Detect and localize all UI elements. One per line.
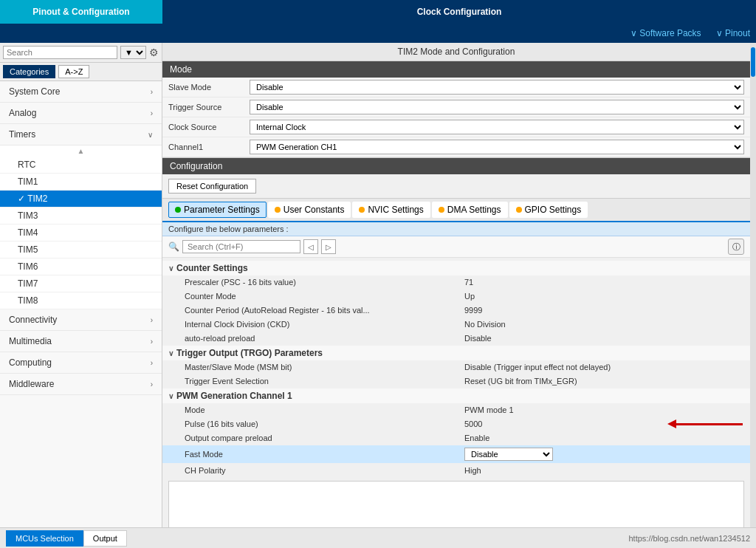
param-name: Prescaler (PSC - 16 bits value)	[185, 278, 464, 287]
sidebar-search-bar: ▼ ⚙	[0, 43, 162, 63]
search-next-btn[interactable]: ▷	[321, 239, 336, 254]
search-prev-btn[interactable]: ◁	[303, 239, 318, 254]
sidebar-item-tim2[interactable]: TIM2	[0, 191, 162, 208]
tab-user-constants[interactable]: User Constants	[268, 202, 351, 218]
reset-config-button[interactable]: Reset Configuration	[168, 179, 256, 193]
group-counter-settings[interactable]: ∨ Counter Settings	[162, 261, 750, 275]
collapse-icon: ∨	[168, 349, 173, 357]
sidebar-item-connectivity[interactable]: Connectivity ›	[0, 309, 162, 331]
clock-config-label: Clock Configuration	[417, 7, 502, 17]
config-tabs: Parameter Settings User Constants NVIC S…	[162, 199, 750, 222]
search-icon: 🔍	[168, 242, 179, 252]
param-row-pulse: Pulse (16 bits value) 5000	[162, 417, 750, 431]
sidebar-item-tim7[interactable]: TIM7	[0, 275, 162, 292]
mode-section: Slave Mode Disable Trigger Source Disabl…	[162, 78, 750, 158]
sidebar-item-computing[interactable]: Computing ›	[0, 352, 162, 374]
sidebar-item-system-core[interactable]: System Core ›	[0, 81, 162, 103]
param-value: High	[464, 466, 744, 475]
param-value: 9999	[464, 306, 744, 315]
chevron-right-icon: ›	[151, 316, 153, 324]
sidebar-search-input[interactable]	[3, 46, 117, 59]
sidebar-item-label: Timers	[9, 129, 35, 140]
sidebar-item-tim6[interactable]: TIM6	[0, 258, 162, 275]
tab-dma-settings[interactable]: DMA Settings	[432, 202, 508, 218]
group-label: PWM Generation Channel 1	[176, 391, 292, 401]
info-button[interactable]: ⓘ	[728, 239, 744, 255]
channel1-select[interactable]: PWM Generation CH1	[250, 140, 744, 154]
sidebar-item-rtc[interactable]: RTC	[0, 157, 162, 174]
mode-row-trigger: Trigger Source Disable	[162, 97, 750, 117]
slave-mode-label: Slave Mode	[168, 83, 250, 92]
sidebar-item-tim4[interactable]: TIM4	[0, 225, 162, 242]
param-name: Fast Mode	[185, 450, 464, 459]
output-tab[interactable]: Output	[83, 530, 127, 547]
pinout-config-label: Pinout & Configuration	[32, 7, 129, 17]
sidebar-search-select[interactable]: ▼	[120, 46, 146, 59]
param-value: Up	[464, 292, 744, 301]
arrow-line	[676, 423, 743, 425]
sidebar-item-timers[interactable]: Timers ∨	[0, 124, 162, 145]
tab-label: User Constants	[284, 205, 345, 215]
params-search-input[interactable]	[182, 240, 300, 253]
mcu-selection-tab[interactable]: MCUs Selection	[6, 530, 83, 547]
param-row: CH Polarity High	[162, 464, 750, 478]
tab-label: GPIO Settings	[525, 205, 582, 215]
tab-dot	[275, 207, 281, 213]
tab-gpio-settings[interactable]: GPIO Settings	[509, 202, 588, 218]
param-value: Reset (UG bit from TIMx_EGR)	[464, 377, 744, 386]
config-section: Configuration Reset Configuration Parame…	[162, 158, 750, 527]
param-row: Mode PWM mode 1	[162, 403, 750, 417]
pinout-link[interactable]: Pinout	[716, 28, 750, 38]
tab-dot	[516, 207, 522, 213]
collapse-icon: ∨	[168, 392, 173, 400]
tab-label: Parameter Settings	[184, 205, 260, 215]
sidebar-item-tim3[interactable]: TIM3	[0, 208, 162, 225]
param-value: Enable	[464, 434, 744, 442]
content-scrollbar[interactable]	[750, 43, 756, 527]
sidebar-item-tim8[interactable]: TIM8	[0, 292, 162, 309]
group-label: Trigger Output (TRGO) Parameters	[176, 348, 323, 358]
group-pwm-channel1[interactable]: ∨ PWM Generation Channel 1	[162, 388, 750, 403]
sidebar-item-label: System Core	[9, 86, 60, 97]
tab-label: DMA Settings	[447, 205, 501, 215]
slave-mode-select[interactable]: Disable	[250, 80, 744, 95]
sidebar-item-multimedia[interactable]: Multimedia ›	[0, 331, 162, 352]
param-name: Trigger Event Selection	[185, 377, 464, 386]
param-name: Counter Period (AutoReload Register - 16…	[185, 306, 464, 315]
tab-nvic-settings[interactable]: NVIC Settings	[352, 202, 430, 218]
sidebar: ▼ ⚙ Categories A->Z System Core › Analog…	[0, 43, 162, 527]
collapse-icon: ∨	[168, 264, 173, 273]
param-row: Counter Mode Up	[162, 290, 750, 304]
scroll-indicator: ▲	[0, 145, 162, 157]
param-name: Pulse (16 bits value)	[185, 419, 464, 428]
chevron-down-icon: ∨	[148, 131, 153, 139]
clock-source-label: Clock Source	[168, 123, 250, 131]
clock-source-select[interactable]: Internal Clock	[250, 120, 744, 134]
param-row-fast-mode: Fast Mode DisableEnable	[162, 445, 750, 464]
sidebar-item-tim5[interactable]: TIM5	[0, 242, 162, 258]
sidebar-item-analog[interactable]: Analog ›	[0, 103, 162, 124]
tab-az[interactable]: A->Z	[58, 65, 89, 78]
software-packs-link[interactable]: Software Packs	[630, 28, 701, 38]
tab-parameter-settings[interactable]: Parameter Settings	[168, 202, 267, 218]
tab-label: NVIC Settings	[368, 205, 423, 215]
tab-categories[interactable]: Categories	[3, 65, 55, 78]
gear-icon[interactable]: ⚙	[149, 47, 159, 58]
sidebar-nav: System Core › Analog › Timers ∨ ▲ RTC TI…	[0, 81, 162, 527]
sidebar-item-middleware[interactable]: Middleware ›	[0, 374, 162, 395]
sidebar-item-tim1[interactable]: TIM1	[0, 174, 162, 191]
trigger-source-select[interactable]: Disable	[250, 100, 744, 114]
pinout-config-tab[interactable]: Pinout & Configuration	[0, 0, 162, 24]
group-trigger-output[interactable]: ∨ Trigger Output (TRGO) Parameters	[162, 346, 750, 360]
clock-config-tab[interactable]: Clock Configuration	[162, 0, 756, 24]
red-arrow-indicator	[667, 419, 743, 428]
tab-dot	[439, 207, 444, 213]
mode-row-slave: Slave Mode Disable	[162, 78, 750, 97]
url-label: https://blog.csdn.net/wan1234512	[628, 534, 750, 543]
chevron-right-icon: ›	[151, 109, 153, 117]
param-value: Disable	[464, 334, 744, 343]
param-name: Counter Mode	[185, 292, 464, 301]
param-row: Prescaler (PSC - 16 bits value) 71	[162, 275, 750, 290]
fast-mode-select[interactable]: DisableEnable	[464, 448, 553, 461]
param-name: CH Polarity	[185, 466, 464, 475]
